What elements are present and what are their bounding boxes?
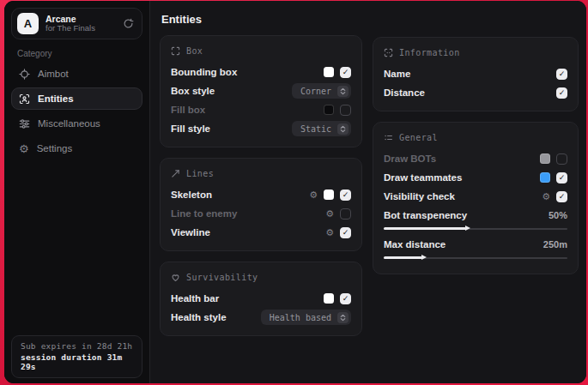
color-swatch[interactable]: [324, 189, 334, 200]
checkbox[interactable]: [556, 191, 567, 202]
setting-label: Bounding box: [171, 67, 237, 77]
checkbox[interactable]: [340, 227, 351, 238]
setting-row-visibility-check: Visibility check ⚙: [384, 187, 567, 206]
main-content: Entities Box: [150, 1, 586, 383]
panel-box: Box Bounding box Box style Corner: [160, 35, 362, 147]
sliders-icon: [19, 118, 30, 129]
panel-title: Survivability: [186, 273, 258, 282]
avatar: A: [17, 13, 39, 34]
sidebar-item-label: Miscellaneous: [38, 118, 100, 129]
checkbox[interactable]: [556, 87, 567, 99]
panel-survivability: Survivability Health bar Health style He…: [160, 262, 362, 336]
setting-row-draw-teammates: Draw teammates: [384, 168, 567, 187]
gear-icon[interactable]: ⚙: [309, 190, 318, 200]
panel-information: Information Name Distance: [373, 37, 579, 111]
gear-icon[interactable]: ⚙: [325, 209, 334, 219]
setting-label: Fill style: [171, 123, 210, 134]
sidebar-item-miscellaneous[interactable]: Miscellaneous: [11, 112, 142, 135]
gear-icon: ⚙: [19, 143, 29, 154]
setting-row-bounding-box: Bounding box: [171, 63, 351, 81]
crosshair-icon: [19, 69, 30, 80]
checkbox[interactable]: [340, 105, 351, 116]
checkbox[interactable]: [340, 67, 351, 78]
checkbox[interactable]: [556, 153, 567, 165]
app-subtitle: for The Finals: [45, 24, 95, 33]
setting-row-box-style: Box style Corner: [171, 81, 351, 100]
slider-fill[interactable]: [384, 227, 466, 230]
sidebar-item-label: Aimbot: [38, 69, 69, 79]
panel-title: General: [399, 133, 438, 142]
setting-label: Skeleton: [171, 189, 212, 200]
setting-row-max-distance: Max distance 250m: [384, 236, 567, 262]
unfold-icon: [337, 312, 349, 323]
setting-row-health-bar: Health bar: [171, 289, 351, 308]
sidebar-item-entities[interactable]: Entities: [11, 87, 142, 110]
setting-label: Viewline: [171, 227, 210, 238]
sidebar-item-label: Entities: [38, 93, 74, 104]
setting-label: Health style: [171, 312, 227, 322]
setting-row-line-to-enemy: Line to enemy ⚙: [171, 204, 351, 223]
info-scan-icon: [384, 48, 393, 57]
color-swatch[interactable]: [324, 105, 334, 115]
setting-label: Box style: [171, 86, 215, 96]
color-swatch[interactable]: [324, 67, 334, 77]
category-label: Category: [17, 49, 149, 58]
diagonal-line-icon: [171, 169, 180, 178]
setting-row-bot-transparency: Bot transpenency 50%: [384, 207, 567, 232]
setting-label: Name: [384, 69, 410, 79]
gear-icon[interactable]: ⚙: [325, 228, 334, 238]
sidebar-item-settings[interactable]: ⚙ Settings: [11, 137, 142, 159]
setting-label: Draw teammates: [384, 172, 462, 183]
checkbox[interactable]: [556, 69, 567, 80]
setting-label: Max distance: [384, 239, 446, 250]
refresh-icon[interactable]: [123, 18, 134, 29]
bot-transparency-slider[interactable]: [384, 225, 567, 232]
color-swatch[interactable]: [324, 293, 334, 304]
checkbox[interactable]: [556, 172, 567, 183]
app-header-card: A Arcane for The Finals: [11, 8, 142, 39]
person-scan-icon: [19, 93, 30, 105]
setting-row-health-style: Health style Health based: [171, 308, 351, 327]
checkbox[interactable]: [340, 189, 351, 201]
setting-row-viewline: Viewline ⚙: [171, 223, 351, 242]
panel-lines: Lines Skeleton ⚙ Line to enemy ⚙: [160, 158, 362, 251]
setting-label: Fill box: [171, 105, 205, 115]
color-swatch[interactable]: [540, 172, 550, 183]
setting-label: Visibility check: [384, 191, 455, 202]
unfold-icon: [337, 86, 349, 97]
sidebar-item-aimbot[interactable]: Aimbot: [11, 63, 142, 85]
slider-value: 50%: [549, 210, 567, 220]
health-style-dropdown[interactable]: Health based: [261, 310, 351, 325]
sidebar: A Arcane for The Finals Category Aimbot: [4, 1, 150, 383]
fill-style-dropdown[interactable]: Static: [292, 121, 351, 136]
setting-row-draw-bots: Draw BOTs: [384, 149, 567, 168]
slider-fill[interactable]: [384, 256, 422, 259]
panel-title: Box: [186, 46, 203, 56]
unfold-icon: [337, 123, 349, 135]
gear-icon[interactable]: ⚙: [542, 192, 550, 202]
box-corners-icon: [171, 46, 180, 56]
list-icon: [384, 133, 393, 142]
box-style-dropdown[interactable]: Corner: [292, 83, 351, 99]
setting-label: Line to enemy: [171, 208, 237, 219]
setting-row-fill-style: Fill style Static: [171, 119, 351, 138]
session-duration-text: session duration 31m 29s: [21, 352, 133, 371]
subscription-card: Sub expires in 28d 21h session duration …: [11, 335, 142, 378]
panel-title: Lines: [186, 169, 214, 178]
panel-title: Information: [399, 48, 460, 57]
app-window: A Arcane for The Finals Category Aimbot: [4, 1, 586, 383]
setting-row-fill-box: Fill box: [171, 100, 351, 119]
setting-label: Distance: [384, 87, 425, 98]
slider-handle-icon[interactable]: [421, 255, 427, 260]
checkbox[interactable]: [340, 208, 351, 220]
slider-handle-icon[interactable]: [465, 226, 470, 231]
dropdown-value: Static: [300, 124, 331, 134]
max-distance-slider[interactable]: [384, 254, 567, 262]
color-swatch[interactable]: [540, 153, 550, 164]
heart-icon: [171, 273, 180, 282]
setting-row-skeleton: Skeleton ⚙: [171, 185, 351, 204]
sidebar-item-label: Settings: [37, 143, 73, 153]
setting-label: Bot transpenency: [384, 210, 467, 220]
dropdown-value: Health based: [270, 313, 331, 322]
checkbox[interactable]: [340, 293, 351, 304]
